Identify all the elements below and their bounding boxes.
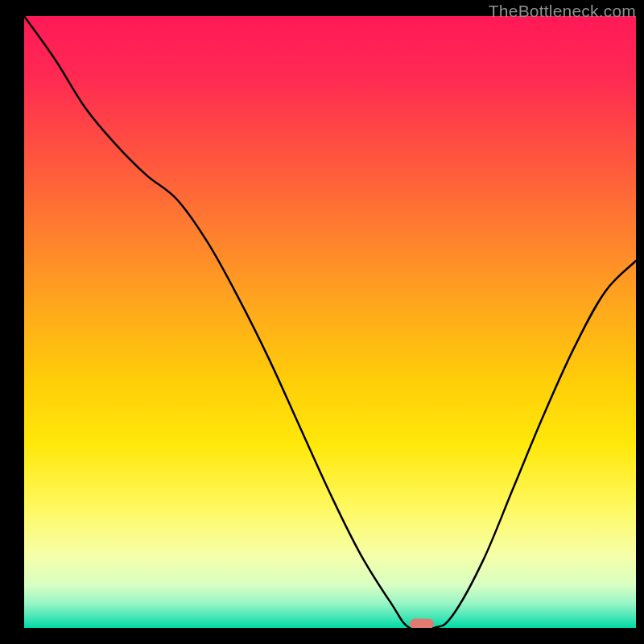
bottleneck-curve	[24, 16, 636, 628]
chart-container: TheBottleneck.com	[0, 0, 644, 644]
watermark-text: TheBottleneck.com	[489, 2, 636, 21]
optimal-marker	[410, 619, 434, 629]
plot-area	[24, 16, 636, 628]
